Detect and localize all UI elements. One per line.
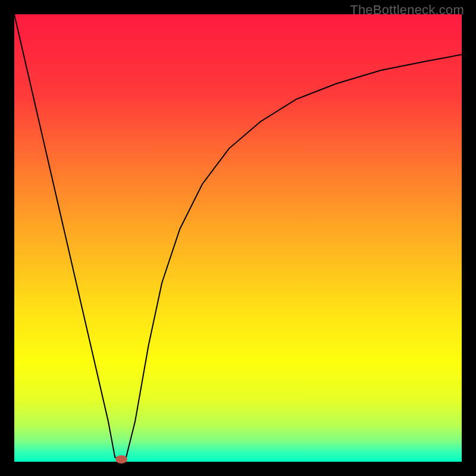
plot-area: [14, 14, 462, 462]
background-gradient: [14, 14, 462, 462]
optimum-point-marker: [115, 455, 127, 464]
plot-svg: [14, 14, 462, 462]
chart-frame: TheBottleneck.com: [0, 0, 476, 476]
